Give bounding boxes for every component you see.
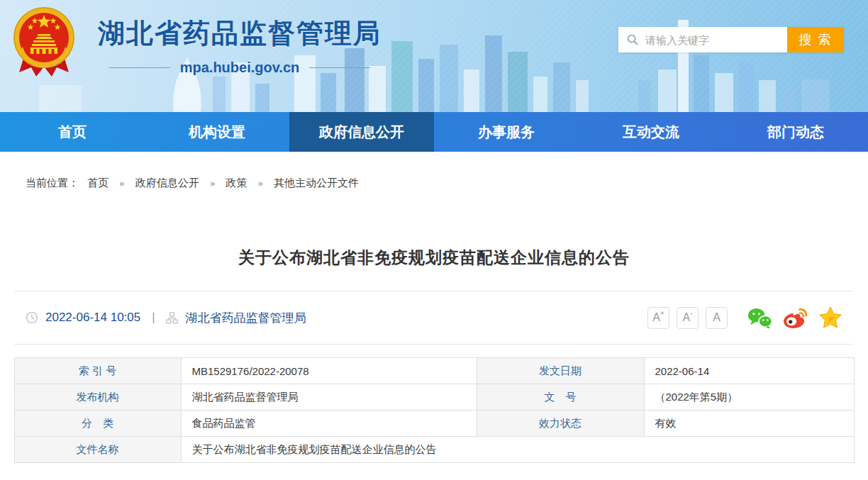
table-row: 发布机构 湖北省药品监督管理局 文 号 （2022年第5期） [14,384,854,411]
site-search: 搜 索 [618,27,844,52]
search-button[interactable]: 搜 索 [787,27,844,52]
article-title: 关于公布湖北省非免疫规划疫苗配送企业信息的公告 [0,247,868,269]
category-value: 食品药品监管 [181,411,477,437]
clock-icon [26,311,38,324]
nav-item-organization[interactable]: 机构设置 [145,112,289,152]
publisher-value: 湖北省药品监督管理局 [181,384,477,411]
publisher-label: 发布机构 [14,384,181,411]
font-btn-sup: + [660,310,664,317]
divider-bottom [14,344,854,345]
source-name: 湖北省药品监督管理局 [185,310,306,326]
font-increase-button[interactable]: A+ [647,307,669,329]
category-label: 分 类 [14,411,181,437]
url-line-right [309,67,370,68]
search-input[interactable] [645,34,780,46]
font-btn-base: A [682,311,690,324]
wechat-share-icon[interactable] [747,307,772,329]
nav-item-home[interactable]: 首页 [0,112,145,152]
site-brand: 湖北省药品监督管理局 mpa.hubei.gov.cn [89,16,390,76]
publish-time: 2022-06-14 10:05 [45,311,140,325]
font-btn-base: A [652,311,660,324]
search-box [618,27,787,52]
font-btn-base: A [713,311,720,324]
article-tools: A+ A- A [640,306,842,329]
nav-item-gov-info[interactable]: 政府信息公开 [289,112,434,152]
site-title: 湖北省药品监督管理局 [89,16,390,52]
main-nav: 首页 机构设置 政府信息公开 办事服务 互动交流 部门动态 [0,112,868,152]
site-url-text: mpa.hubei.gov.cn [180,60,300,76]
breadcrumb-policy[interactable]: 政策 [226,177,247,189]
meta-separator: | [152,311,155,324]
national-emblem-logo [11,6,77,79]
document-info-table: 索 引 号 MB1529176/2022-20078 发文日期 2022-06-… [14,357,855,463]
breadcrumb-prefix: 当前位置： [26,177,79,189]
validity-label: 效力状态 [477,411,644,437]
table-row: 索 引 号 MB1529176/2022-20078 发文日期 2022-06-… [14,358,854,384]
file-name-label: 文件名称 [14,437,181,463]
breadcrumb-other-open-files[interactable]: 其他主动公开文件 [274,177,359,189]
article-meta-left: 2022-06-14 10:05 | 湖北省药品监督管理局 [26,310,306,326]
search-icon [626,33,639,46]
doc-number-label: 文 号 [477,384,644,411]
doc-number-value: （2022年第5期） [644,384,854,411]
breadcrumb-separator: » [210,178,215,189]
breadcrumb-home[interactable]: 首页 [87,177,108,189]
font-decrease-button[interactable]: A- [677,307,699,329]
site-header: 湖北省药品监督管理局 mpa.hubei.gov.cn 搜 索 [0,0,868,112]
index-number-label: 索 引 号 [14,358,181,384]
font-btn-sup: - [690,310,692,317]
weibo-share-icon[interactable] [782,307,808,329]
table-row: 文件名称 关于公布湖北省非免疫规划疫苗配送企业信息的公告 [14,437,854,463]
file-name-value: 关于公布湖北省非免疫规划疫苗配送企业信息的公告 [181,437,854,463]
nav-item-department-news[interactable]: 部门动态 [723,112,868,152]
source-org-icon [166,312,178,324]
issue-date-label: 发文日期 [477,358,644,384]
site-url: mpa.hubei.gov.cn [89,60,390,76]
font-reset-button[interactable]: A [706,307,728,329]
validity-value: 有效 [644,411,854,437]
article-meta-row: 2022-06-14 10:05 | 湖北省药品监督管理局 A+ A- A [14,291,854,344]
index-number-value: MB1529176/2022-20078 [181,358,477,384]
url-line-left [109,67,170,68]
breadcrumb-separator: » [258,178,263,189]
qzone-share-icon[interactable] [818,306,842,329]
breadcrumb-separator: » [119,178,124,189]
breadcrumb: 当前位置： 首页 » 政府信息公开 » 政策 » 其他主动公开文件 [0,152,868,190]
nav-item-services[interactable]: 办事服务 [434,112,579,152]
table-row: 分 类 食品药品监管 效力状态 有效 [14,411,854,437]
nav-item-interaction[interactable]: 互动交流 [579,112,723,152]
issue-date-value: 2022-06-14 [644,358,854,384]
breadcrumb-gov-info[interactable]: 政府信息公开 [135,177,199,189]
